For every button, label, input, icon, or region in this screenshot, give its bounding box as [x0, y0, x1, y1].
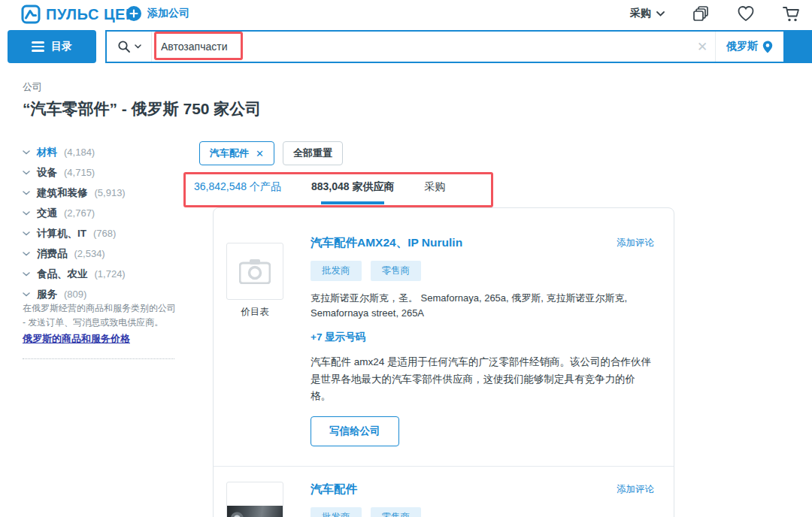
search-icon — [117, 40, 131, 53]
chevron-down-icon — [656, 11, 665, 17]
company-address: 克拉斯诺亚尔斯克，圣。 Semafornaya, 265a, 俄罗斯, 克拉斯诺… — [311, 291, 634, 321]
company-badges: 批发商 零售商 — [311, 507, 654, 517]
chevron-down-icon — [23, 191, 30, 195]
category-count: (1,724) — [95, 268, 126, 280]
category-label: 服务 — [37, 288, 57, 301]
filter-chip-label: 汽车配件 — [210, 147, 249, 160]
tab-procurement[interactable]: 采购 — [424, 180, 445, 204]
company-title-link[interactable]: 汽车配件 — [311, 482, 357, 497]
camera-icon — [239, 258, 271, 284]
chevron-down-icon — [23, 292, 30, 297]
chevron-down-icon — [23, 272, 30, 277]
category-label: 交通 — [37, 207, 57, 220]
favorites-button[interactable] — [737, 5, 755, 22]
category-count: (4,715) — [64, 167, 95, 178]
filter-chip-auto-parts[interactable]: 汽车配件 ✕ — [199, 141, 274, 165]
chevron-down-icon — [23, 150, 30, 155]
cart-icon — [782, 5, 800, 23]
page-title: “汽车零部件” - 俄罗斯 750 家公司 — [23, 98, 261, 119]
sidebar-item-transport[interactable]: 交通 (2,767) — [23, 203, 182, 223]
category-label: 建筑和装修 — [37, 186, 88, 200]
procurement-menu[interactable]: 采购 — [630, 7, 665, 20]
search-input[interactable] — [152, 32, 689, 62]
heart-icon — [737, 5, 755, 22]
category-count: (2,534) — [74, 248, 105, 259]
category-count: (768) — [93, 228, 116, 239]
badge-retailer: 零售商 — [371, 261, 422, 281]
page: ПУЛЬС ЦЕН 添加公司 采购 — [0, 0, 812, 517]
search-submit-button[interactable] — [783, 32, 810, 62]
add-review-link[interactable]: 添加评论 — [617, 237, 654, 249]
badge-wholesaler: 批发商 — [311, 261, 362, 281]
sidebar-item-consumer-goods[interactable]: 消费品 (2,534) — [23, 243, 182, 264]
chevron-down-icon — [23, 231, 30, 236]
search-type-dropdown[interactable] — [107, 32, 152, 62]
category-label: 食品、农业 — [37, 268, 88, 281]
reset-all-button[interactable]: 全部重置 — [283, 141, 343, 165]
reset-all-label: 全部重置 — [293, 147, 332, 160]
sidebar-item-equipment[interactable]: 设备 (4,715) — [23, 162, 182, 183]
pulse-logo-icon — [21, 5, 41, 24]
plus-circle-icon — [126, 6, 141, 21]
filter-chips: 汽车配件 ✕ 全部重置 — [199, 141, 343, 165]
company-card: 价目表 汽车配件 添加评论 批发商 零售商 十月镇村，呃。 121，奥斯特罗夫齐… — [214, 466, 674, 517]
search-bar: ✕ 俄罗斯 — [105, 30, 812, 63]
company-card-body: 汽车配件AMX24、IP Nurulin 添加评论 批发商 零售商 克拉斯诺亚尔… — [311, 235, 654, 446]
logo[interactable]: ПУЛЬС ЦЕН — [21, 5, 137, 24]
chevron-down-icon — [23, 211, 30, 216]
tab-suppliers[interactable]: 883,048 家供应商 — [311, 180, 395, 204]
header-actions: 采购 — [630, 5, 800, 23]
chevron-down-icon — [23, 252, 30, 256]
region-selector[interactable]: 俄罗斯 — [715, 32, 783, 62]
breadcrumb[interactable]: 公司 — [23, 80, 42, 94]
hamburger-icon — [32, 41, 44, 52]
sidebar-divider — [23, 358, 174, 359]
add-company-label: 添加公司 — [147, 7, 189, 20]
category-label: 消费品 — [37, 247, 68, 261]
category-count: (5,913) — [95, 187, 126, 198]
cart-button[interactable] — [782, 5, 800, 23]
company-photo — [226, 482, 283, 517]
add-company-button[interactable]: 添加公司 — [126, 6, 189, 21]
write-to-company-button[interactable]: 写信给公司 — [311, 416, 399, 446]
company-photo-placeholder — [226, 243, 283, 300]
category-label: 计算机、IT — [37, 227, 86, 240]
show-phone-link[interactable]: +7 显示号码 — [311, 331, 654, 344]
add-review-link[interactable]: 添加评论 — [617, 483, 654, 496]
sidebar-item-construction[interactable]: 建筑和装修 (5,913) — [23, 183, 182, 203]
catalog-button[interactable]: 目录 — [8, 30, 96, 63]
price-list-link[interactable]: 价目表 — [226, 306, 283, 319]
catalog-button-label: 目录 — [51, 40, 72, 53]
company-card: 价目表 汽车配件AMX24、IP Nurulin 添加评论 批发商 零售商 克拉… — [214, 208, 674, 446]
category-count: (809) — [64, 289, 86, 300]
sidebar-item-computers-it[interactable]: 计算机、IT (768) — [23, 223, 182, 243]
logo-text: ПУЛЬС ЦЕН — [46, 6, 137, 23]
region-label: 俄罗斯 — [726, 40, 758, 53]
results-container: 价目表 汽车配件AMX24、IP Nurulin 添加评论 批发商 零售商 克拉… — [213, 207, 674, 517]
badge-wholesaler: 批发商 — [311, 507, 362, 517]
sidebar-prices-link[interactable]: 俄罗斯的商品和服务价格 — [23, 332, 130, 346]
badge-retailer: 零售商 — [371, 507, 422, 517]
result-tabs: 36,842,548 个产品 883,048 家供应商 采购 — [194, 180, 445, 204]
company-photo-image — [227, 506, 283, 517]
compare-button[interactable] — [692, 5, 710, 23]
chevron-down-icon — [135, 44, 141, 49]
category-count: (2,767) — [64, 207, 95, 219]
sidebar-item-food-agriculture[interactable]: 食品、农业 (1,724) — [23, 264, 182, 284]
company-description: 汽车配件 amx24 是适用于任何汽车的广泛零部件经销商。该公司的合作伙伴是世界… — [311, 354, 654, 404]
chevron-down-icon — [23, 171, 30, 175]
layers-icon — [692, 5, 710, 23]
search-clear-icon[interactable]: ✕ — [689, 39, 715, 55]
company-thumb-column: 价目表 — [226, 482, 283, 517]
location-pin-icon — [762, 41, 773, 53]
category-count: (4,184) — [64, 147, 95, 158]
top-bar: ПУЛЬС ЦЕН 添加公司 采购 — [0, 0, 812, 29]
sidebar-note: 在俄罗斯经营的商品和服务类别的公司 - 发送订单、写消息或致电供应商。 — [23, 301, 179, 330]
company-card-body: 汽车配件 添加评论 批发商 零售商 十月镇村，呃。 121，奥斯特罗夫齐，圣。中… — [311, 482, 654, 517]
company-thumb-column: 价目表 — [226, 243, 283, 446]
sidebar-item-materials[interactable]: 材料 (4,184) — [23, 142, 182, 162]
tab-products[interactable]: 36,842,548 个产品 — [194, 180, 281, 204]
company-title-link[interactable]: 汽车配件AMX24、IP Nurulin — [311, 235, 462, 251]
remove-filter-icon[interactable]: ✕ — [256, 148, 264, 159]
procurement-label: 采购 — [630, 7, 651, 20]
